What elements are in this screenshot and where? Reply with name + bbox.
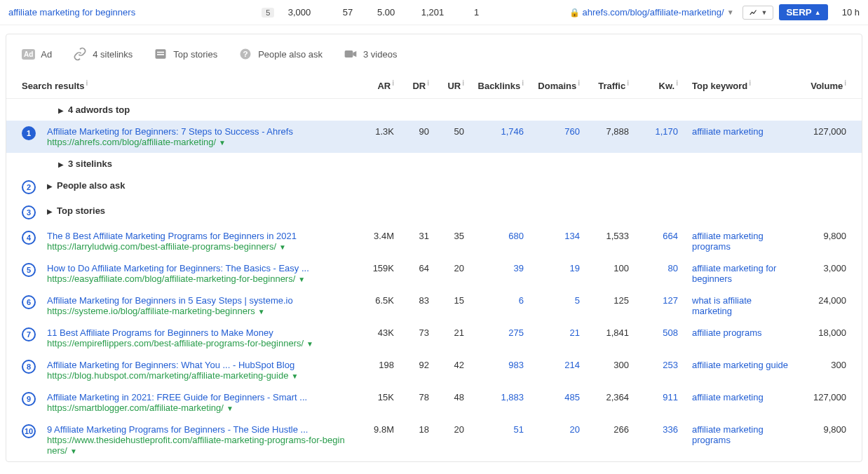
th-ur[interactable]: URi xyxy=(429,79,464,91)
cell-kw[interactable]: 127 xyxy=(629,295,678,306)
chevron-down-icon[interactable]: ▼ xyxy=(279,243,286,251)
cell-topkw[interactable]: affiliate marketing xyxy=(678,126,790,137)
cell-ar: 198 xyxy=(345,360,394,370)
cell-topkw[interactable]: affiliate marketing programs xyxy=(678,424,790,445)
chevron-down-icon[interactable]: ▼ xyxy=(70,447,77,455)
result-url[interactable]: https://smartblogger.com/affiliate-marke… xyxy=(47,402,345,413)
feature-videos[interactable]: 3 videos xyxy=(344,47,397,61)
feature-top-stories[interactable]: Top stories xyxy=(154,47,217,61)
th-domains[interactable]: Domainsi xyxy=(524,79,580,91)
cell-backlinks[interactable]: 51 xyxy=(464,424,524,435)
expand-row[interactable]: ▶4 adwords top xyxy=(6,99,862,121)
cell-kw[interactable]: 336 xyxy=(629,424,678,435)
cell-topkw[interactable]: affiliate marketing xyxy=(678,392,790,402)
result-url[interactable]: https://easyaffiliate.com/blog/affiliate… xyxy=(47,273,345,284)
expand-row[interactable]: ▶3 sitelinks xyxy=(6,153,862,175)
newspaper-icon xyxy=(154,47,168,61)
info-icon[interactable]: i xyxy=(86,79,88,87)
cell-kw[interactable]: 80 xyxy=(629,263,678,273)
result-row: 5 How to Do Affiliate Marketing for Begi… xyxy=(6,257,862,290)
result-title[interactable]: 9 Affiliate Marketing Programs for Begin… xyxy=(47,424,345,435)
cell-ar: 159K xyxy=(345,263,394,273)
cell-domains[interactable]: 19 xyxy=(524,263,580,273)
result-title[interactable]: Affiliate Marketing for Beginners: 7 Ste… xyxy=(47,126,345,137)
chevron-down-icon[interactable]: ▼ xyxy=(298,276,305,283)
cell-domains[interactable]: 5 xyxy=(524,295,580,306)
cell-domains[interactable]: 214 xyxy=(524,360,580,370)
cell-kw[interactable]: 911 xyxy=(629,392,678,402)
cell-ur: 20 xyxy=(429,263,464,273)
cell-traffic: 300 xyxy=(580,360,629,370)
cell-topkw[interactable]: what is affiliate marketing xyxy=(678,295,790,316)
th-traffic[interactable]: Traffici xyxy=(580,79,629,91)
serp-button[interactable]: SERP ▲ xyxy=(779,4,827,20)
result-url[interactable]: https://www.thesidehustleprofit.com/affi… xyxy=(47,435,345,456)
cell-topkw[interactable]: affiliate marketing programs xyxy=(678,231,790,252)
th-topkw[interactable]: Top keywordi xyxy=(678,79,790,91)
result-title[interactable]: Affiliate Marketing in 2021: FREE Guide … xyxy=(47,392,345,402)
cell-backlinks[interactable]: 275 xyxy=(464,327,524,338)
caret-right-icon: ▶ xyxy=(47,182,53,190)
cell-backlinks[interactable]: 1,883 xyxy=(464,392,524,402)
result-title[interactable]: Affiliate Marketing for Beginners: What … xyxy=(47,360,345,370)
chevron-down-icon[interactable]: ▼ xyxy=(226,405,233,412)
cell-kw[interactable]: 253 xyxy=(629,360,678,370)
feature-sitelinks[interactable]: 4 sitelinks xyxy=(73,47,133,61)
cell-volume: 3,000 xyxy=(790,263,846,273)
th-results[interactable]: Search resultsi xyxy=(22,79,345,91)
chevron-down-icon[interactable]: ▼ xyxy=(258,308,265,316)
table-body: ▶4 adwords top 1 Affiliate Marketing for… xyxy=(6,99,862,461)
feature-ad[interactable]: Ad Ad xyxy=(22,49,52,60)
result-url[interactable]: https://ahrefs.com/blog/affiliate-market… xyxy=(47,137,345,147)
feature-paa[interactable]: ? People also ask xyxy=(238,47,323,61)
result-title[interactable]: How to Do Affiliate Marketing for Beginn… xyxy=(47,263,345,273)
cell-backlinks[interactable]: 983 xyxy=(464,360,524,370)
th-backlinks[interactable]: Backlinksi xyxy=(464,79,524,91)
result-title[interactable]: Affiliate Marketing for Beginners in 5 E… xyxy=(47,295,345,306)
cell-topkw[interactable]: affiliate marketing for beginners xyxy=(678,263,790,284)
th-dr[interactable]: DRi xyxy=(394,79,429,91)
cell-kw[interactable]: 664 xyxy=(629,231,678,241)
result-row: 7 11 Best Affiliate Programs for Beginne… xyxy=(6,322,862,354)
cell-kw[interactable]: 1,170 xyxy=(629,126,678,137)
kw-kd: 57 xyxy=(311,7,353,18)
cell-topkw[interactable]: affiliate programs xyxy=(678,327,790,338)
feature-row[interactable]: 2▶People also ask xyxy=(6,175,862,200)
result-url[interactable]: https://larryludwig.com/best-affiliate-p… xyxy=(47,241,345,252)
position-badge: 10 xyxy=(22,424,36,438)
chevron-down-icon[interactable]: ▼ xyxy=(306,340,313,348)
result-url[interactable]: https://blog.hubspot.com/marketing/affil… xyxy=(47,370,345,381)
feature-row[interactable]: 3▶Top stories xyxy=(6,200,862,225)
cell-domains[interactable]: 21 xyxy=(524,327,580,338)
ranking-url[interactable]: ahrefs.com/blog/affiliate-marketing/ xyxy=(583,7,724,18)
chevron-down-icon[interactable]: ▼ xyxy=(219,139,226,147)
result-title[interactable]: The 8 Best Affiliate Marketing Programs … xyxy=(47,231,345,241)
chevron-down-icon[interactable]: ▼ xyxy=(727,8,734,16)
cell-domains[interactable]: 134 xyxy=(524,231,580,241)
chevron-down-icon[interactable]: ▼ xyxy=(291,372,298,380)
cell-backlinks[interactable]: 680 xyxy=(464,231,524,241)
result-url[interactable]: https://systeme.io/blog/affiliate-market… xyxy=(47,306,345,316)
cell-backlinks[interactable]: 39 xyxy=(464,263,524,273)
cell-kw[interactable]: 508 xyxy=(629,327,678,338)
cell-domains[interactable]: 485 xyxy=(524,392,580,402)
info-icon[interactable]: i xyxy=(749,79,751,87)
cell-backlinks[interactable]: 6 xyxy=(464,295,524,306)
position-history-button[interactable]: ▼ xyxy=(742,6,774,20)
cell-backlinks[interactable]: 1,746 xyxy=(464,126,524,137)
result-title[interactable]: 11 Best Affiliate Programs for Beginners… xyxy=(47,327,345,338)
info-icon[interactable]: i xyxy=(844,79,846,87)
cell-ar: 6.5K xyxy=(345,295,394,306)
cell-domains[interactable]: 20 xyxy=(524,424,580,435)
result-row: 4 The 8 Best Affiliate Marketing Program… xyxy=(6,225,862,257)
serp-panel: Ad Ad 4 sitelinks Top stories ? People a… xyxy=(6,34,862,462)
keyword-link[interactable]: affiliate marketing for beginners xyxy=(8,7,135,18)
th-volume[interactable]: Volumei xyxy=(790,79,846,91)
cell-domains[interactable]: 760 xyxy=(524,126,580,137)
cell-topkw[interactable]: affiliate marketing guide xyxy=(678,360,790,370)
th-kw[interactable]: Kw.i xyxy=(629,79,678,91)
position-badge: 7 xyxy=(22,327,36,341)
result-url[interactable]: https://empireflippers.com/best-affiliat… xyxy=(47,338,345,348)
result-row: 6 Affiliate Marketing for Beginners in 5… xyxy=(6,290,862,322)
th-ar[interactable]: ARi xyxy=(345,79,394,91)
